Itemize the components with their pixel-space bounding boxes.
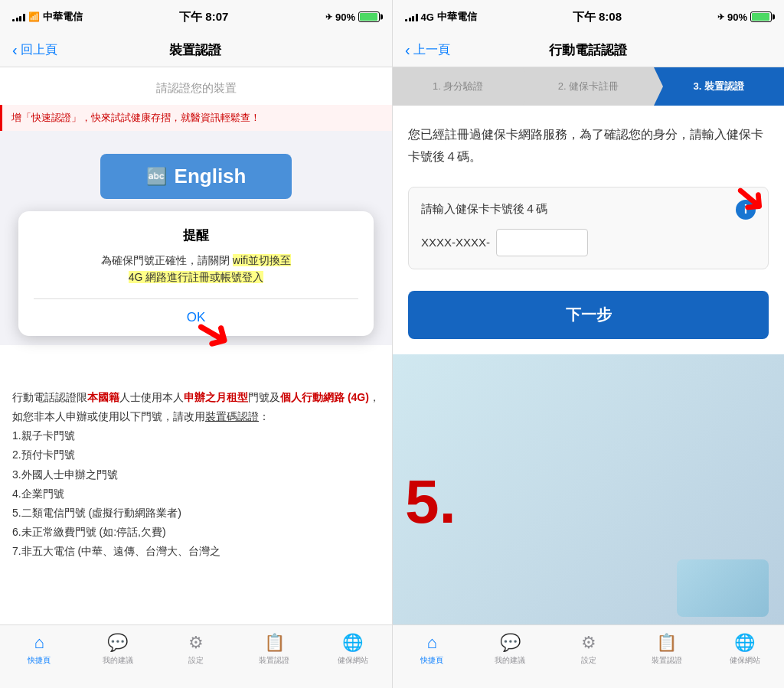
input-label-row: 請輸入健保卡卡號後４碼 i xyxy=(421,200,756,220)
right-tab-settings[interactable]: ⚙ 設定 xyxy=(549,633,627,666)
body-colon: ： xyxy=(259,410,270,422)
wifi-icon: 📶 xyxy=(28,11,40,22)
list-item-2: 2.預付卡門號 xyxy=(12,445,380,465)
left-tab-health-label: 健保網站 xyxy=(338,655,368,666)
right-tab-health-label: 健保網站 xyxy=(730,655,760,666)
step-1: 1. 身分驗證 xyxy=(393,67,523,106)
left-tab-device-label: 裝置認證 xyxy=(259,655,289,666)
step-number-5: 5. xyxy=(405,471,456,533)
right-back-chevron-icon: ‹ xyxy=(405,41,410,59)
input-label-text: 請輸入健保卡卡號後４碼 xyxy=(421,202,547,217)
dialog-body-line1: 為確保門號正確性，請關閉 xyxy=(101,254,233,266)
dialog-body-highlight2: 4G 網路進行註冊或帳號登入 xyxy=(129,271,264,283)
left-header-text: 請認證您的裝置 xyxy=(0,67,392,105)
right-settings-icon: ⚙ xyxy=(581,633,596,653)
location-icon: ✈ xyxy=(325,12,332,22)
back-chevron-icon: ‹ xyxy=(12,41,18,59)
right-phone: 4G 中華電信 下午 8:08 ✈ 90% ‹ 上一頁 行動電話認證 1. 身分… xyxy=(392,0,784,688)
right-nav-title: 行動電話認證 xyxy=(549,41,627,59)
left-nav-title: 裝置認證 xyxy=(169,41,221,59)
list-item-5: 5.二類電信門號 (虛擬行動網路業者) xyxy=(12,504,380,523)
left-tab-device[interactable]: 📋 裝置認證 xyxy=(235,633,313,666)
left-status-right: ✈ 90% xyxy=(325,11,380,23)
language-icon: 🔤 xyxy=(146,167,167,187)
right-home-icon: ⌂ xyxy=(426,633,436,653)
body-red1: 本國籍 xyxy=(87,391,119,403)
body-list: 1.親子卡門號 2.預付卡門號 3.外國人士申辦之門號 4.企業門號 5.二類電… xyxy=(12,426,380,561)
list-item-1: 1.親子卡門號 xyxy=(12,426,380,445)
left-tab-home[interactable]: ⌂ 快捷頁 xyxy=(0,633,78,666)
left-red-banner: 增「快速認證」，快來試試健康存摺，就醫資訊輕鬆查！ xyxy=(0,105,392,131)
device-icon: 📋 xyxy=(264,633,285,653)
left-status-left: 📶 中華電信 xyxy=(12,10,83,24)
body-mid2: 門號及 xyxy=(248,391,280,403)
right-signal-bars xyxy=(405,12,418,21)
body-mid1: 人士使用本人 xyxy=(119,391,184,403)
step-2: 2. 健保卡註冊 xyxy=(523,67,653,106)
home-icon: ⌂ xyxy=(34,633,44,653)
right-input-area: 請輸入健保卡卡號後４碼 i XXXX-XXXX- ➜ xyxy=(393,181,784,276)
left-tab-health[interactable]: 🌐 健保網站 xyxy=(314,633,392,666)
dialog-ok-button[interactable]: OK xyxy=(34,299,358,336)
right-network: 4G xyxy=(421,11,434,23)
right-tab-home-label: 快捷頁 xyxy=(420,655,443,666)
body-prefix: 行動電話認證限 xyxy=(12,391,87,403)
right-device-icon: 📋 xyxy=(656,633,677,653)
list-item-3: 3.外國人士申辦之門號 xyxy=(12,465,380,484)
input-row: XXXX-XXXX- xyxy=(421,229,756,256)
left-time: 下午 8:07 xyxy=(179,10,228,24)
right-content: 1. 身分驗證 2. 健保卡註冊 3. 裝置認證 您已經註冊過健保卡網路服務，為… xyxy=(393,67,784,624)
step-2-label: 2. 健保卡註冊 xyxy=(558,80,619,93)
dialog-body: 為確保門號正確性，請關閉 wifi並切換至 4G 網路進行註冊或帳號登入 xyxy=(34,252,358,298)
list-item-7: 7.非五大電信 (中華、遠傳、台灣大、台灣之 xyxy=(12,542,380,561)
right-location-icon: ✈ xyxy=(717,12,724,22)
left-back-button[interactable]: ‹ 回上頁 xyxy=(12,41,57,59)
right-status-right: ✈ 90% xyxy=(717,11,772,23)
left-carrier: 中華電信 xyxy=(43,10,83,24)
card-code-input[interactable] xyxy=(496,229,588,256)
right-tab-suggestions-label: 我的建議 xyxy=(495,655,525,666)
left-phone: 📶 中華電信 下午 8:07 ✈ 90% ‹ 回上頁 裝置認證 請認證您的裝置 … xyxy=(0,0,392,688)
language-button[interactable]: 🔤 English xyxy=(100,154,292,199)
bg-image-area: 5. xyxy=(393,354,784,624)
left-status-bar: 📶 中華電信 下午 8:07 ✈ 90% xyxy=(0,0,392,34)
info-button[interactable]: i xyxy=(736,200,756,220)
right-time: 下午 8:08 xyxy=(573,10,622,24)
dialog-title: 提醒 xyxy=(34,227,358,244)
list-item-6: 6.未正常繳費門號 (如:停話,欠費) xyxy=(12,523,380,542)
language-label: English xyxy=(175,165,247,188)
health-icon: 🌐 xyxy=(342,633,363,653)
step-3: 3. 裝置認證 xyxy=(654,67,784,106)
right-suggestions-icon: 💬 xyxy=(500,633,521,653)
right-tab-device-label: 裝置認證 xyxy=(652,655,682,666)
right-back-label: 上一頁 xyxy=(413,42,450,58)
right-back-button[interactable]: ‹ 上一頁 xyxy=(405,41,450,59)
left-tab-settings[interactable]: ⚙ 設定 xyxy=(157,633,235,666)
suggestions-icon: 💬 xyxy=(107,633,128,653)
right-tab-device[interactable]: 📋 裝置認證 xyxy=(628,633,706,666)
right-tab-suggestions[interactable]: 💬 我的建議 xyxy=(471,633,549,666)
next-button[interactable]: 下一步 xyxy=(408,291,769,339)
body-underline: 裝置碼認證 xyxy=(205,410,259,422)
input-prefix: XXXX-XXXX- xyxy=(421,236,490,249)
left-tab-bar: ⌂ 快捷頁 💬 我的建議 ⚙ 設定 📋 裝置認證 🌐 健保網站 xyxy=(0,624,392,688)
left-tab-suggestions-label: 我的建議 xyxy=(103,655,133,666)
right-tab-home[interactable]: ⌂ 快捷頁 xyxy=(393,633,471,666)
input-section: 請輸入健保卡卡號後４碼 i XXXX-XXXX- xyxy=(408,187,769,269)
right-carrier: 中華電信 xyxy=(437,10,477,24)
left-body-text: 行動電話認證限本國籍人士使用本人申辦之月租型門號及個人行動網路 (4G)，如您非… xyxy=(0,345,392,624)
steps-bar: 1. 身分驗證 2. 健保卡註冊 3. 裝置認證 xyxy=(393,67,784,106)
right-tab-settings-label: 設定 xyxy=(581,655,596,666)
body-red3: 個人行動網路 (4G) xyxy=(280,391,369,403)
right-status-bar: 4G 中華電信 下午 8:08 ✈ 90% xyxy=(393,0,784,34)
left-tab-suggestions[interactable]: 💬 我的建議 xyxy=(78,633,156,666)
dialog-overlay: 提醒 為確保門號正確性，請關閉 wifi並切換至 4G 網路進行註冊或帳號登入 … xyxy=(18,211,374,336)
left-back-label: 回上頁 xyxy=(21,42,57,58)
dialog-body-highlight1: wifi並切換至 xyxy=(233,254,291,266)
left-nav-bar: ‹ 回上頁 裝置認證 xyxy=(0,34,392,67)
body-red2: 申辦之月租型 xyxy=(184,391,248,403)
right-tab-health[interactable]: 🌐 健保網站 xyxy=(706,633,784,666)
left-tab-home-label: 快捷頁 xyxy=(28,655,51,666)
right-battery-icon xyxy=(750,11,772,22)
right-health-icon: 🌐 xyxy=(734,633,755,653)
